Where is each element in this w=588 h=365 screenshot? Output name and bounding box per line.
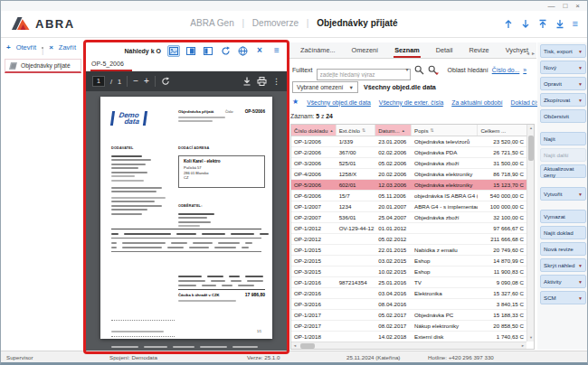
scroll-up-button[interactable]: ▲ (527, 125, 535, 132)
vertical-scroll-thumb[interactable] (528, 136, 534, 161)
divider: | (42, 47, 43, 49)
table-row[interactable]: OP-2/2012 05.02.2012 211 666,68 C (291, 234, 526, 245)
table-row[interactable]: OP-2/2007 536/01 25.04.2007 Objednávka z… (291, 212, 526, 223)
table-row[interactable]: OP-1/2006 1/339 23.01.2006 Objednávka te… (291, 136, 526, 147)
action-button[interactable]: Najít doklad (540, 226, 586, 239)
doc-number-link[interactable]: Číslo do... (492, 67, 520, 73)
close-button[interactable]: Zavřít (59, 43, 76, 51)
tab[interactable]: Omezení (344, 43, 387, 58)
search-area-label[interactable]: Oblast hledání (448, 67, 488, 73)
action-button[interactable]: Nový ▼ (540, 61, 586, 74)
tab[interactable]: Detail (428, 43, 461, 58)
table-row[interactable]: OP-1/2015 22.01.2015 Nabídka z emailu 20… (291, 245, 526, 256)
tab[interactable]: Seznam (386, 43, 428, 58)
refresh-button[interactable] (219, 45, 232, 57)
action-button[interactable]: Tisk, export ▼ (540, 44, 586, 58)
maximize-button[interactable]: □ (563, 1, 567, 11)
vertical-scrollbar[interactable]: ▲ ▼ (526, 125, 534, 342)
open-button[interactable]: Otevřít (16, 43, 37, 51)
table-row[interactable]: OP-1/2016 987214354 25.01.2016 TV 9 090,… (291, 277, 526, 288)
first-record-button[interactable] (538, 19, 547, 29)
scroll-down-button[interactable]: ▼ (527, 334, 535, 342)
preview-mode-image-button[interactable] (167, 45, 180, 57)
window-close-button[interactable]: × (575, 1, 580, 11)
more-link[interactable]: » (523, 67, 526, 73)
minimize-button[interactable]: — (547, 1, 555, 11)
table-row[interactable]: OP-2/2015 03.02.2015 Eshop 14 870,99 C (291, 256, 526, 267)
action-button[interactable]: Nová revize (540, 242, 586, 256)
cell-total: 11 900,83 C (478, 267, 526, 276)
search-next-button[interactable] (428, 65, 439, 75)
table-row[interactable]: OP-3/2006 525/01 05.02.2006 Objednávka z… (291, 158, 526, 169)
table-row[interactable]: OP-1/2018 14.02.2018 Externí disk 1 740,… (291, 332, 526, 342)
table-row[interactable]: OP-5/2006 602/01 12.03.2006 Objednávka e… (291, 180, 526, 191)
horizontal-scroll-thumb[interactable] (300, 343, 315, 349)
table-row[interactable]: OP-3/2015 10.02.2015 Eshop 11 900,83 C (291, 267, 526, 277)
action-button[interactable]: Zkopírovat ▼ (540, 93, 586, 107)
zoom-out-button[interactable]: − (133, 77, 138, 86)
column-header[interactable]: Číslo dokladu ▲ (291, 125, 337, 136)
column-header[interactable]: Datum... ▲ (375, 125, 412, 136)
zoom-in-button[interactable]: + (144, 77, 149, 86)
document-tab-label: OP-5_2006 (91, 61, 124, 67)
fulltext-input[interactable] (317, 69, 411, 80)
search-button[interactable] (414, 65, 424, 75)
action-button[interactable]: Vytvořit ▼ (540, 187, 586, 201)
scroll-left-button[interactable]: ◄ (293, 342, 297, 350)
restriction-link[interactable]: Všechny dle exter. čísla (379, 99, 443, 106)
tab[interactable]: Začínáme... (292, 43, 344, 58)
action-button[interactable]: Aktualizovat ceny (540, 164, 586, 178)
globe-button[interactable] (236, 45, 249, 57)
column-header-label: Datum... (378, 127, 399, 134)
prev-record-button[interactable] (504, 19, 513, 29)
table-row[interactable]: OP-1/2007 1234 20.01.2007 ABRA G4 - s im… (291, 201, 526, 212)
action-button[interactable]: Občerstvit (540, 109, 586, 123)
table-row[interactable]: OP-4/2006 1258/X 20.02.2006 Objednávka e… (291, 169, 526, 180)
action-button[interactable]: Najít (540, 132, 586, 145)
tab-scroll-left-button[interactable]: ◂ (526, 50, 529, 56)
table-row[interactable]: OP-2/2017 08.02.2017 Nákup elektroniky 2… (291, 321, 526, 332)
table-row[interactable]: OP-3/2016 08.04.2016 3 840,15 C (291, 299, 526, 310)
restriction-link[interactable]: Všechny objed.dle data (307, 99, 371, 106)
column-header[interactable]: Celkem ... (478, 125, 526, 136)
action-button[interactable]: Aktivity ▼ (540, 275, 586, 288)
favorite-star-icon[interactable]: ★ (292, 98, 299, 106)
table-row[interactable]: OP-2/2016 03.04.2016 Elektronika 15 327,… (291, 288, 526, 299)
action-button[interactable]: Skrýt náhled ▼ (540, 258, 586, 272)
restriction-link[interactable]: Za aktuální období (451, 99, 502, 106)
panel-right-button[interactable] (185, 45, 197, 57)
print-button[interactable] (257, 77, 267, 86)
reset-zoom-button[interactable] (161, 77, 170, 86)
download-button[interactable] (242, 77, 251, 86)
fulltext-dropdown-caret[interactable]: ▾ (406, 66, 409, 72)
panel-split-button[interactable] (202, 45, 214, 57)
tab-scroll-right-button[interactable]: ▸ (532, 50, 535, 56)
action-button[interactable]: Opravit ▼ (540, 77, 586, 90)
table-row[interactable]: OP-1/2012 OV-129-44-12 01.01.2012 97 666… (291, 223, 526, 234)
preview-menu-button[interactable]: ≡ (270, 45, 283, 57)
next-record-button[interactable] (521, 19, 530, 29)
close-preview-button[interactable]: × (253, 45, 266, 57)
last-record-button[interactable] (555, 19, 564, 29)
action-button[interactable]: Vymazat (540, 210, 586, 223)
table-row[interactable]: OP-6/2006 15/7 05.11.2006 objednávka IS … (291, 191, 526, 201)
recipient-name: Koli Karel - elektro (184, 159, 260, 164)
action-button[interactable]: Najít další (540, 148, 586, 162)
page-number-input[interactable]: 1 (92, 76, 105, 87)
document-tab[interactable]: OP-5_2006 (86, 59, 287, 71)
cell-description: Nabídka z emailu (412, 245, 478, 255)
tab[interactable]: Revize (460, 43, 497, 58)
column-header[interactable]: Ext.číslo ⇅ (337, 125, 376, 136)
column-header[interactable]: Popis ⇅ (412, 125, 478, 136)
table-row[interactable]: OP-1/2017 05.02.2017 Objednávka PC 15 18… (291, 310, 526, 321)
horizontal-scrollbar[interactable]: ◄ ► (291, 342, 526, 349)
table-row[interactable]: OP-2/2006 367/00 02.02.2006 Objednávka P… (291, 147, 526, 158)
pdf-canvas[interactable]: Demo data Objednávka přijatá Číslo: OP-5… (86, 91, 287, 351)
cell-description: Nákup elektroniky (412, 321, 478, 331)
sidebar-item-orders[interactable]: Objednávky přijaté (5, 59, 81, 73)
main-menu-button[interactable]: ≡ (573, 18, 578, 29)
action-button[interactable]: SCM ▼ (540, 291, 586, 304)
more-options-button[interactable]: ⋮ (272, 78, 280, 86)
restriction-select[interactable]: Vybrané omezení ▼ (292, 81, 358, 93)
scroll-right-button[interactable]: ► (521, 342, 525, 350)
